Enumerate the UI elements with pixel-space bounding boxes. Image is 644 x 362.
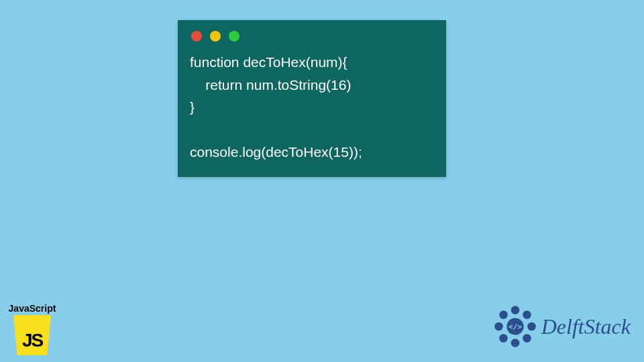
svg-point-6 — [494, 322, 503, 331]
maximize-dot-icon — [229, 31, 239, 42]
svg-point-0 — [511, 306, 519, 314]
javascript-logo-text: JS — [22, 330, 42, 351]
svg-point-5 — [499, 334, 508, 343]
code-content: function decToHex(num){ return num.toStr… — [190, 51, 434, 164]
minimize-dot-icon — [210, 31, 221, 42]
brand: </> DelftStack — [492, 303, 631, 350]
svg-point-7 — [499, 310, 508, 319]
svg-text:</>: </> — [508, 322, 522, 331]
brand-flower-icon: </> — [492, 303, 539, 350]
svg-point-1 — [523, 310, 531, 319]
svg-point-3 — [523, 334, 531, 343]
javascript-badge: JavaScript JS — [5, 303, 59, 355]
close-dot-icon — [191, 31, 202, 42]
brand-name: DelftStack — [541, 314, 631, 339]
code-window: function decToHex(num){ return num.toStr… — [178, 20, 446, 177]
javascript-logo-icon: JS — [13, 315, 51, 355]
traffic-lights — [190, 31, 434, 42]
javascript-label: JavaScript — [5, 303, 59, 314]
svg-point-2 — [527, 322, 536, 331]
svg-point-4 — [511, 339, 519, 347]
